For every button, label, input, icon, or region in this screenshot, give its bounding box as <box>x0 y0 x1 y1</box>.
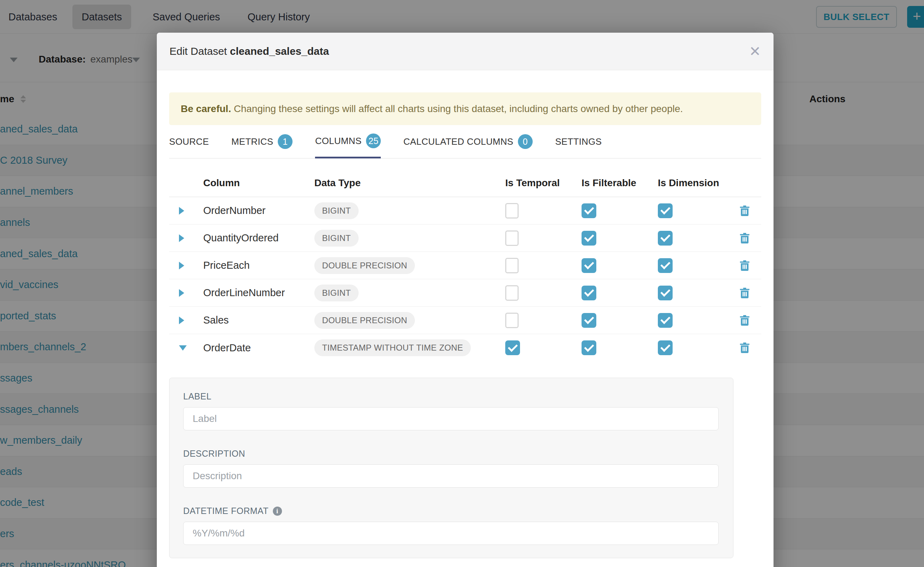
modal-header: Edit Dataset cleaned_sales_data ✕ <box>157 33 774 70</box>
delete-column-icon[interactable] <box>737 203 752 219</box>
columns-table: Column Data Type Is Temporal Is Filterab… <box>169 169 761 362</box>
columns-count-badge: 25 <box>366 134 381 148</box>
is-temporal-checkbox[interactable] <box>505 258 519 273</box>
expand-caret-icon[interactable] <box>179 207 184 214</box>
is-temporal-checkbox[interactable] <box>505 340 520 355</box>
column-row-quantityordered: QuantityOrdered BIGINT <box>169 225 761 252</box>
is-temporal-checkbox[interactable] <box>505 285 519 301</box>
is-dimension-checkbox[interactable] <box>658 340 673 355</box>
tab-settings[interactable]: SETTINGS <box>555 125 602 158</box>
expand-caret-icon[interactable] <box>179 262 184 270</box>
is-filterable-checkbox[interactable] <box>582 203 596 218</box>
column-name: OrderNumber <box>203 205 315 216</box>
is-dimension-checkbox[interactable] <box>658 286 673 300</box>
header-is-dimension: Is Dimension <box>658 177 728 189</box>
column-row-sales: Sales DOUBLE PRECISION <box>169 307 761 334</box>
calculated-columns-count-badge: 0 <box>518 134 533 149</box>
label-field-label: LABEL <box>183 392 718 402</box>
header-data-type: Data Type <box>315 177 505 189</box>
metrics-count-badge: 1 <box>278 134 292 149</box>
delete-column-icon[interactable] <box>737 258 752 273</box>
tab-columns[interactable]: COLUMNS 25 <box>315 125 381 158</box>
column-name: OrderDate <box>203 342 315 354</box>
data-type-pill: BIGINT <box>315 202 359 219</box>
datetime-format-input[interactable] <box>183 522 719 545</box>
edit-dataset-modal: Edit Dataset cleaned_sales_data ✕ Be car… <box>157 33 774 567</box>
column-name: OrderLineNumber <box>203 287 315 298</box>
column-name: PriceEach <box>203 260 315 271</box>
is-filterable-checkbox[interactable] <box>582 231 596 246</box>
modal-tabs: SOURCE METRICS 1 COLUMNS 25 CALCULATED C… <box>169 125 761 158</box>
description-field-label: DESCRIPTION <box>183 448 718 459</box>
data-type-pill: TIMESTAMP WITHOUT TIME ZONE <box>315 339 471 356</box>
warning-text: Be careful. Changing these settings will… <box>181 103 683 114</box>
is-dimension-checkbox[interactable] <box>658 203 673 218</box>
header-is-temporal: Is Temporal <box>505 177 582 189</box>
is-dimension-checkbox[interactable] <box>658 231 673 246</box>
is-dimension-checkbox[interactable] <box>658 313 673 328</box>
is-temporal-checkbox[interactable] <box>505 313 519 328</box>
expand-caret-icon[interactable] <box>179 316 184 324</box>
header-column: Column <box>203 177 315 189</box>
header-is-filterable: Is Filterable <box>582 177 658 189</box>
warning-bold: Be careful. <box>181 103 231 114</box>
is-filterable-checkbox[interactable] <box>582 340 596 355</box>
tab-source[interactable]: SOURCE <box>169 125 209 158</box>
data-type-pill: DOUBLE PRECISION <box>315 312 415 329</box>
is-filterable-checkbox[interactable] <box>582 286 596 300</box>
column-row-orderlinenumber: OrderLineNumber BIGINT <box>169 279 761 307</box>
column-name: Sales <box>203 314 315 326</box>
data-type-pill: BIGINT <box>315 230 359 247</box>
columns-table-header: Column Data Type Is Temporal Is Filterab… <box>169 169 761 197</box>
datetime-format-field-label: DATETIME FORMAT i <box>183 506 718 516</box>
delete-column-icon[interactable] <box>737 285 752 301</box>
expand-caret-icon[interactable] <box>179 234 184 242</box>
column-name: QuantityOrdered <box>203 232 315 244</box>
delete-column-icon[interactable] <box>737 231 752 246</box>
collapse-caret-icon[interactable] <box>179 345 187 351</box>
modal-title: Edit Dataset cleaned_sales_data <box>170 45 329 57</box>
delete-column-icon[interactable] <box>737 340 752 356</box>
is-filterable-checkbox[interactable] <box>582 258 596 273</box>
is-filterable-checkbox[interactable] <box>582 313 596 328</box>
column-row-orderdate: OrderDate TIMESTAMP WITHOUT TIME ZONE <box>169 334 761 362</box>
modal-title-prefix: Edit Dataset <box>170 45 230 57</box>
column-detail-panel: LABEL DESCRIPTION DATETIME FORMAT i <box>169 378 733 558</box>
column-row-priceeach: PriceEach DOUBLE PRECISION <box>169 252 761 279</box>
data-type-pill: DOUBLE PRECISION <box>315 257 415 274</box>
close-icon[interactable]: ✕ <box>749 33 761 70</box>
delete-column-icon[interactable] <box>737 313 752 328</box>
column-row-ordernumber: OrderNumber BIGINT <box>169 197 761 225</box>
modal-title-dataset-name: cleaned_sales_data <box>230 45 329 57</box>
tab-calculated-columns[interactable]: CALCULATED COLUMNS 0 <box>403 125 533 158</box>
info-icon[interactable]: i <box>273 507 282 516</box>
is-temporal-checkbox[interactable] <box>505 231 519 246</box>
is-dimension-checkbox[interactable] <box>658 258 673 273</box>
expand-caret-icon[interactable] <box>179 289 184 297</box>
warning-banner: Be careful. Changing these settings will… <box>169 92 761 125</box>
description-input[interactable] <box>183 464 719 488</box>
modal-body: Be careful. Changing these settings will… <box>157 92 774 558</box>
label-input[interactable] <box>183 407 719 430</box>
tab-metrics[interactable]: METRICS 1 <box>231 125 292 158</box>
is-temporal-checkbox[interactable] <box>505 203 519 219</box>
data-type-pill: BIGINT <box>315 285 359 302</box>
